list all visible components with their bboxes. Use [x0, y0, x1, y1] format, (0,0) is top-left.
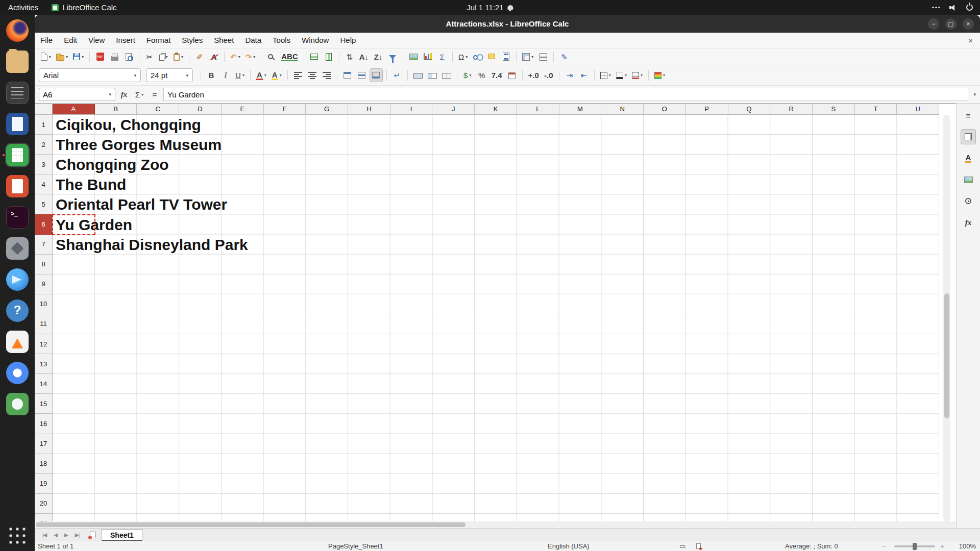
- show-draw-functions-button[interactable]: ✎: [557, 50, 571, 64]
- cells-area[interactable]: Ciqikou, ChongqingThree Gorges MuseumCho…: [53, 115, 939, 521]
- chevron-down-icon[interactable]: ▾: [134, 73, 136, 78]
- close-button[interactable]: ×: [963, 18, 974, 30]
- insert-chart-button[interactable]: [421, 50, 434, 64]
- export-pdf-button[interactable]: [93, 50, 107, 64]
- sort-button[interactable]: ⇅: [343, 50, 356, 64]
- unmerge-cells-button[interactable]: [440, 68, 453, 82]
- dropdown-arrow-icon[interactable]: ▾: [238, 55, 240, 59]
- row-header-6[interactable]: 6: [35, 214, 53, 234]
- row-header-15[interactable]: 15: [35, 394, 53, 414]
- dock-item-vlc[interactable]: [5, 330, 30, 354]
- format-number-button[interactable]: 7.4: [489, 68, 504, 82]
- add-sheet-button[interactable]: [90, 532, 95, 538]
- dock-item-files[interactable]: [5, 49, 30, 74]
- merge-center-button[interactable]: [411, 68, 425, 82]
- column-header-L[interactable]: L: [517, 104, 559, 115]
- column-header-E[interactable]: E: [222, 104, 264, 115]
- insert-image-button[interactable]: [407, 50, 420, 64]
- align-right-button[interactable]: [320, 68, 333, 82]
- row-header-2[interactable]: 2: [35, 135, 53, 155]
- close-document-icon[interactable]: ×: [968, 36, 980, 45]
- font-name-combo[interactable]: Arial ▾: [39, 68, 141, 82]
- headers-footers-button[interactable]: [499, 50, 512, 64]
- dropdown-arrow-icon[interactable]: ▾: [181, 55, 183, 59]
- row-header-4[interactable]: 4: [35, 174, 53, 194]
- title-bar[interactable]: Attractions.xlsx - LibreOffice Calc − ▢ …: [35, 15, 980, 33]
- column-header-C[interactable]: C: [137, 104, 179, 115]
- select-all-corner[interactable]: [35, 104, 53, 115]
- vertical-scrollbar-thumb[interactable]: [944, 293, 949, 418]
- minimize-button[interactable]: −: [928, 18, 939, 30]
- print-preview-button[interactable]: [122, 50, 135, 64]
- sort-ascending-button[interactable]: A↓: [357, 50, 371, 64]
- dropdown-arrow-icon[interactable]: ▾: [625, 73, 627, 78]
- dropdown-arrow-icon[interactable]: ▾: [465, 55, 468, 59]
- dock-item-writer[interactable]: [5, 112, 30, 136]
- freeze-rows-columns-button[interactable]: ▾: [520, 50, 535, 64]
- font-size-combo[interactable]: 24 pt ▾: [146, 68, 193, 82]
- column-header-G[interactable]: G: [306, 104, 348, 115]
- format-date-button[interactable]: [505, 68, 519, 82]
- dock-item-impress[interactable]: [5, 174, 30, 198]
- zoom-in-icon[interactable]: +: [940, 542, 944, 550]
- find-replace-button[interactable]: [265, 50, 278, 64]
- dock-item-help[interactable]: [5, 298, 30, 323]
- font-color-button[interactable]: A▾: [254, 68, 268, 82]
- power-icon[interactable]: [966, 4, 973, 11]
- next-sheet-button[interactable]: ▶: [61, 532, 71, 538]
- align-bottom-button[interactable]: [370, 68, 383, 82]
- menu-edit[interactable]: Edit: [58, 33, 83, 48]
- column-header-R[interactable]: R: [770, 104, 813, 115]
- horizontal-scrollbar[interactable]: [35, 521, 956, 528]
- menu-window[interactable]: Window: [296, 33, 334, 48]
- pivot-table-button[interactable]: Σ: [435, 50, 449, 64]
- paste-button[interactable]: ▾: [172, 50, 185, 64]
- chevron-down-icon[interactable]: ▾: [109, 92, 111, 97]
- dock-item-text-editor[interactable]: [5, 81, 30, 105]
- column-header-H[interactable]: H: [348, 104, 390, 115]
- column-header-F[interactable]: F: [264, 104, 306, 115]
- column-header-M[interactable]: M: [559, 104, 602, 115]
- dropdown-arrow-icon[interactable]: ▾: [166, 55, 168, 59]
- row-header-13[interactable]: 13: [35, 354, 53, 374]
- dropdown-arrow-icon[interactable]: ▾: [641, 73, 643, 78]
- menu-tools[interactable]: Tools: [267, 33, 296, 48]
- delete-decimal-button[interactable]: -.0: [542, 68, 555, 82]
- menu-insert[interactable]: Insert: [110, 33, 141, 48]
- row-header-10[interactable]: 10: [35, 294, 53, 314]
- column-header-U[interactable]: U: [897, 104, 939, 115]
- wrap-text-button[interactable]: ↵: [390, 68, 404, 82]
- expand-formula-bar-icon[interactable]: ▾: [973, 92, 976, 97]
- first-sheet-button[interactable]: |◀: [39, 532, 50, 538]
- dropdown-arrow-icon[interactable]: ▾: [280, 73, 282, 78]
- styles-button[interactable]: A: [961, 151, 976, 166]
- zoom-level[interactable]: 100%: [959, 542, 976, 550]
- row-header-19[interactable]: 19: [35, 474, 53, 494]
- dropdown-arrow-icon[interactable]: ▾: [264, 73, 266, 78]
- dropdown-arrow-icon[interactable]: ▾: [609, 73, 611, 78]
- sheet-tab-sheet1[interactable]: Sheet1: [102, 529, 142, 541]
- column-header-I[interactable]: I: [390, 104, 433, 115]
- dropdown-arrow-icon[interactable]: ▾: [66, 55, 68, 59]
- copy-button[interactable]: ▾: [157, 50, 170, 64]
- borders-button[interactable]: ▾: [598, 68, 613, 82]
- column-header-K[interactable]: K: [475, 104, 517, 115]
- gallery-button[interactable]: [961, 172, 976, 187]
- column-header-P[interactable]: P: [686, 104, 728, 115]
- maximize-button[interactable]: ▢: [945, 18, 957, 30]
- navigator-button[interactable]: [961, 193, 976, 209]
- page-style-status[interactable]: PageStyle_Sheet1: [328, 542, 383, 550]
- cut-button[interactable]: ✂: [143, 50, 156, 64]
- clear-formatting-button[interactable]: A: [207, 50, 220, 64]
- menu-help[interactable]: Help: [334, 33, 361, 48]
- formula-status[interactable]: Average: ; Sum: 0: [785, 542, 838, 550]
- hyperlink-button[interactable]: [471, 50, 484, 64]
- comment-button[interactable]: [485, 50, 498, 64]
- border-style-button[interactable]: ▾: [614, 68, 629, 82]
- dropdown-arrow-icon[interactable]: ▾: [469, 73, 471, 78]
- row-header-1[interactable]: 1: [35, 115, 53, 135]
- language-status[interactable]: English (USA): [548, 542, 590, 550]
- row-header-9[interactable]: 9: [35, 274, 53, 294]
- row-header-20[interactable]: 20: [35, 494, 53, 514]
- row-header-11[interactable]: 11: [35, 314, 53, 334]
